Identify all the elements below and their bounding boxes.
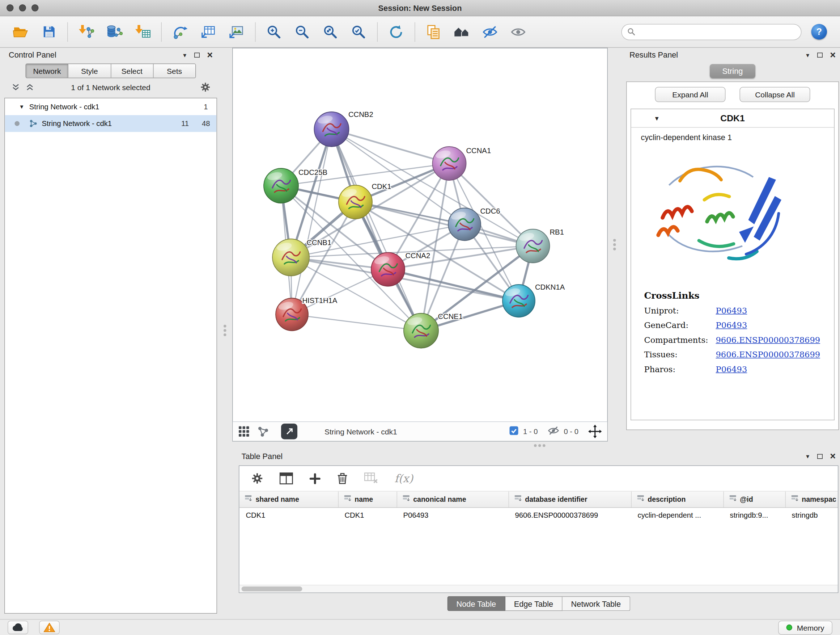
panel-float-icon[interactable] [195,52,200,57]
column-header-canonical-name[interactable]: canonical name [397,492,508,508]
show-columns-icon[interactable] [279,472,294,485]
tab-network[interactable]: Network [26,64,68,78]
network-node-rb1[interactable] [516,229,550,263]
memory-button[interactable]: Memory [778,621,832,635]
network-edge[interactable] [292,315,421,331]
table-cell[interactable]: stringdb [785,507,838,523]
gene-collapse-icon[interactable]: ▼ [654,115,660,121]
table-horizontal-scrollbar[interactable] [240,585,838,593]
table-cell[interactable]: stringdb:9... [723,507,785,523]
panel-float-icon[interactable] [818,454,823,459]
function-builder-icon[interactable]: f(x) [395,472,413,485]
warnings-button[interactable] [39,621,60,635]
gene-card-header[interactable]: ▼ CDK1 [631,109,834,128]
window-zoom-button[interactable] [32,4,39,11]
table-cell[interactable]: P06493 [397,507,508,523]
export-table-button[interactable] [194,19,223,44]
column-header-namespac[interactable]: namespac [785,492,838,508]
crosslink-value-link[interactable]: 9606.ENSP00000378699 [716,335,821,345]
tab-sets[interactable]: Sets [153,64,195,78]
tab-node-table[interactable]: Node Table [447,596,505,611]
zoom-in-button[interactable] [260,19,288,44]
navigator-button[interactable] [448,19,476,44]
column-header-id[interactable]: @id [723,492,785,508]
table-cell[interactable]: CDK1 [338,507,397,523]
crosslink-value-link[interactable]: P06493 [716,306,747,316]
table-cell[interactable]: CDK1 [240,507,338,523]
birdseye-view-icon[interactable] [257,425,269,437]
scrollbar-thumb[interactable] [242,586,302,592]
panel-close-icon[interactable]: × [830,52,836,57]
tab-edge-table[interactable]: Edge Table [505,596,562,611]
pan-mode-icon[interactable] [588,424,602,439]
copy-style-button[interactable] [420,19,448,44]
column-header-name[interactable]: name [338,492,397,508]
network-node-cdk1[interactable] [339,185,372,219]
column-header-shared-name[interactable]: shared name [240,492,338,508]
network-options-gear-icon[interactable] [201,82,211,94]
tree-expand-icon[interactable]: ▼ [19,104,25,110]
splitter-handle[interactable] [613,239,616,242]
network-node-cdc6[interactable] [448,208,481,241]
network-node-ccnb2[interactable] [314,112,349,147]
table-options-gear-icon[interactable] [251,472,264,485]
column-header-database-identifier[interactable]: database identifier [508,492,631,508]
expand-all-networks-icon[interactable] [26,84,34,92]
expand-all-button[interactable]: Expand All [655,87,726,102]
collapse-all-button[interactable]: Collapse All [740,87,810,102]
search-input[interactable] [639,28,796,36]
table-cell[interactable]: cyclin-dependent ... [631,507,723,523]
network-row[interactable]: String Network - cdk1 11 48 [5,115,217,132]
export-image-button[interactable] [223,19,251,44]
network-node-ccna1[interactable] [433,147,466,180]
network-node-ccne1[interactable] [404,314,439,348]
detach-view-button[interactable] [281,424,297,440]
import-network-from-database-button[interactable] [101,19,129,44]
new-network-from-selection-button[interactable] [166,19,194,44]
help-button[interactable]: ? [812,24,827,40]
splitter-handle[interactable] [224,325,226,328]
table-row[interactable]: CDK1CDK1P064939606.ENSP00000378699cyclin… [240,507,838,523]
zoom-selected-button[interactable] [345,19,373,44]
zoom-out-button[interactable] [288,19,317,44]
grid-view-icon[interactable] [238,426,250,437]
hide-selected-button[interactable] [476,19,504,44]
tab-select[interactable]: Select [111,64,153,78]
network-canvas[interactable]: CCNB2CCNA1CDC25BCDK1CDC6RB1CCNB1CCNA2CDK… [233,49,607,422]
tab-network-table[interactable]: Network Table [562,596,630,611]
import-network-from-file-button[interactable] [73,19,101,44]
panel-menu-icon[interactable]: ▼ [805,52,810,58]
crosslink-value-link[interactable]: 9606.ENSP00000378699 [716,350,821,359]
column-header-description[interactable]: description [631,492,723,508]
network-collection-row[interactable]: ▼ String Network - cdk1 1 [5,98,217,116]
table-cell[interactable]: 9606.ENSP00000378699 [508,507,631,523]
panel-close-icon[interactable]: × [207,52,213,57]
window-minimize-button[interactable] [19,4,27,11]
crosslink-value-link[interactable]: P06493 [716,364,747,374]
tab-style[interactable]: Style [68,64,111,78]
panel-menu-icon[interactable]: ▼ [182,52,187,58]
tab-string[interactable]: String [710,64,755,78]
crosslink-value-link[interactable]: P06493 [716,320,747,330]
window-close-button[interactable] [6,4,14,11]
network-node-cdkn1a[interactable] [502,285,535,317]
save-session-button[interactable] [35,19,63,44]
network-edge[interactable] [332,129,422,331]
network-edge[interactable] [292,129,332,315]
splitter-handle[interactable] [534,444,537,447]
open-session-button[interactable] [6,19,35,44]
zoom-fit-button[interactable] [317,19,345,44]
network-edge[interactable] [332,129,450,164]
network-node-cdc25b[interactable] [264,168,298,203]
network-node-ccna2[interactable] [371,253,405,287]
delete-table-icon[interactable] [364,472,378,485]
panel-float-icon[interactable] [818,52,823,57]
delete-column-trash-icon[interactable] [337,472,348,485]
refresh-view-button[interactable] [382,19,410,44]
panel-menu-icon[interactable]: ▼ [805,453,810,459]
network-edge[interactable] [355,202,533,246]
import-table-from-file-button[interactable] [129,19,157,44]
network-node-ccnb1[interactable] [272,239,309,276]
node-table[interactable]: shared namenamecanonical namedatabase id… [240,492,838,523]
panel-close-icon[interactable]: × [830,454,836,459]
